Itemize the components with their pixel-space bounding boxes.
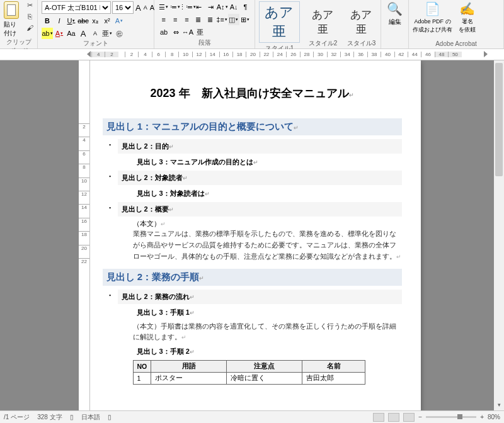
line-spacing-button[interactable]: ‡≡ [216, 14, 227, 25]
superscript-button[interactable]: x² [101, 15, 113, 26]
ruler-tick: 42 [394, 52, 408, 57]
heading-2: 見出し 2：業務の流れ↵ [118, 290, 402, 304]
show-marks-button[interactable]: ¶ [240, 1, 251, 13]
language-indicator[interactable]: 日本語 [81, 413, 100, 422]
read-mode-button[interactable] [373, 413, 384, 422]
pdf-icon: 📄 [425, 1, 440, 16]
highlight-button[interactable]: ab [42, 28, 53, 39]
asian-layout-icon[interactable]: 亜 [194, 26, 205, 38]
ruler-tick: 18 [232, 52, 246, 57]
ruler-tick: 44 [408, 52, 421, 57]
ruler-tick: 14 [205, 52, 219, 57]
body-text: （本文）手順書は業務の内容を適宜化して、その業務を正しく行うための手順を詳細に解… [133, 321, 402, 344]
word-count[interactable]: 328 文字 [37, 413, 62, 422]
copy-icon[interactable]: ⎘ [24, 13, 35, 23]
strike-button[interactable]: abc [77, 15, 89, 26]
char-shading-icon[interactable]: ab [158, 26, 169, 38]
edit-group: 🔍 編集 [381, 0, 409, 48]
bullets-button[interactable]: ☰ [158, 1, 169, 13]
align-center-button[interactable]: ≡ [169, 14, 180, 25]
paste-button[interactable]: 貼り付け [4, 1, 21, 38]
search-icon: 🔍 [387, 1, 403, 16]
clipboard-group: 貼り付け ✂ ⎘ 🖌 クリップボード [0, 0, 38, 48]
table-header: 用語 [151, 361, 227, 373]
search-button[interactable]: 🔍 編集 [385, 1, 404, 26]
text-effect-button[interactable]: A [113, 15, 125, 26]
ruler-tick: 4 [79, 137, 89, 150]
zoom-in-button[interactable]: + [480, 414, 484, 420]
justify-button[interactable]: ≣ [193, 14, 203, 25]
ruler-tick: 46 [421, 52, 434, 57]
ruler-tick: 30 [313, 52, 326, 57]
heading-3: 見出し 3：マニュアル作成の目的とは↵ [133, 156, 402, 168]
scrollbar-thumb[interactable] [495, 63, 503, 176]
font-size-select[interactable]: 16 [112, 1, 134, 14]
align-left-button[interactable]: ≡ [158, 14, 169, 25]
zoom-slider[interactable] [426, 416, 476, 418]
cut-icon[interactable]: ✂ [24, 1, 35, 11]
enclose-button[interactable]: ㊓ [113, 28, 125, 39]
create-pdf-button[interactable]: 📄 Adobe PDF の 作成および共有 [413, 1, 452, 34]
format-painter-icon[interactable]: 🖌 [24, 24, 35, 34]
text-direction-button[interactable]: A↕ [217, 1, 228, 13]
ruler-tick: 50 [448, 52, 461, 57]
zoom-level[interactable]: 80% [488, 414, 500, 420]
track-changes-icon[interactable]: ▯ [108, 414, 112, 420]
ruler-tick: 10 [178, 52, 192, 57]
underline-button[interactable]: U [66, 15, 77, 26]
change-case-button[interactable]: Aa [66, 28, 77, 39]
ruler-left-margin-icon[interactable] [87, 51, 91, 57]
zoom-out-button[interactable]: − [418, 414, 422, 420]
print-layout-button[interactable] [388, 413, 399, 422]
font-name-select[interactable]: A-OTF 太ゴB101 Pro B [42, 1, 111, 14]
sort-button[interactable]: A↓ [229, 1, 239, 13]
font-color-button[interactable]: A [54, 28, 65, 39]
document-page[interactable]: 2023 年 新入社員向け安全マニュアル↵ 見出し 1：マニュアルの目的と概要に… [84, 60, 421, 412]
grow-a-icon[interactable]: A [77, 28, 89, 39]
heading-3: 見出し 3：手順 2↵ [133, 346, 402, 358]
style-2-preview: あア亜 [307, 6, 338, 38]
shrink-font-icon[interactable]: A [143, 2, 148, 13]
font-group: A-OTF 太ゴB101 Pro B 16 A A A B I U abc x₂… [38, 0, 154, 48]
char-scaling-icon[interactable]: ⇔ [170, 26, 181, 38]
heading-2: 見出し 2：概要↵ [118, 202, 402, 217]
style-3-preview: あア亜 [346, 6, 377, 38]
acrobat-group: 📄 Adobe PDF の 作成および共有 ✍ 署名 を依頼 Adobe Acr… [409, 0, 504, 48]
decrease-indent-button[interactable]: ⇤ [193, 1, 204, 13]
spell-check-icon[interactable]: ▯ [70, 414, 74, 420]
shrink-a-icon[interactable]: A [89, 28, 101, 39]
multilevel-button[interactable]: ⋮≔ [181, 1, 193, 13]
request-signature-button[interactable]: ✍ 署名 を依頼 [459, 1, 476, 34]
ruler-tick: 36 [353, 52, 367, 57]
grow-font-icon[interactable]: A [135, 2, 142, 13]
increase-indent-button[interactable]: ⇥ [205, 1, 215, 13]
ruler-tick: 2 [105, 52, 118, 57]
bold-button[interactable]: B [42, 15, 53, 26]
ruler-tick: 16 [219, 52, 232, 57]
heading-2: 見出し 2：対象読者↵ [118, 171, 402, 185]
ruby-button[interactable]: 亜 [101, 28, 113, 39]
borders-button[interactable]: ⊞ [240, 14, 251, 25]
ruler-tick: 16 [79, 218, 89, 231]
vertical-ruler[interactable]: 246810121416182022 [79, 60, 90, 412]
shading-button[interactable]: ◫ [228, 14, 239, 25]
paragraph-group-label: 段落 [158, 38, 251, 48]
ruler-tick: 12 [79, 191, 89, 204]
horizontal-ruler[interactable]: 4 2 246810121416182022242628303234363840… [0, 49, 504, 60]
ruler-tick: 34 [340, 52, 353, 57]
page-indicator[interactable]: /1 ページ [4, 413, 30, 422]
align-right-button[interactable]: ≡ [181, 14, 192, 25]
style-3[interactable]: あア亜 スタイル3 [346, 6, 377, 48]
body-label: （本文）↵ [133, 219, 402, 228]
vertical-scrollbar[interactable]: ▾ [494, 60, 504, 412]
distributed-button[interactable]: ≣ [205, 14, 215, 25]
ruler-tick: 22 [260, 52, 273, 57]
web-layout-button[interactable] [403, 413, 415, 422]
style-2[interactable]: あア亜 スタイル2 [307, 6, 338, 48]
subscript-button[interactable]: x₂ [89, 15, 101, 26]
ruler-right-margin-icon[interactable] [484, 51, 488, 57]
style-1[interactable]: あア亜 スタイル1 [259, 1, 300, 53]
fit-text-icon[interactable]: ↔A [182, 26, 193, 38]
italic-button[interactable]: I [54, 15, 65, 26]
table-header: NO [133, 361, 151, 373]
